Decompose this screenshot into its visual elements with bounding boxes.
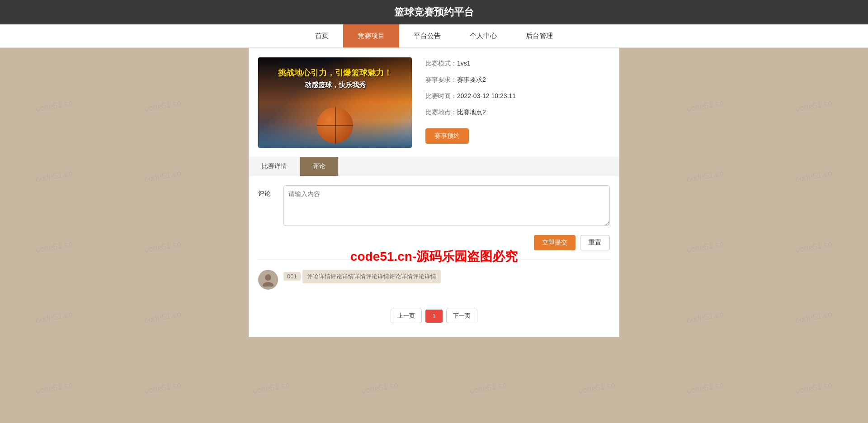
time-value: 2022-03-12 10:23:11: [457, 92, 516, 99]
watermark-item: code51.cn: [754, 61, 868, 150]
submit-comment-button[interactable]: 立即提交: [534, 235, 576, 250]
watermark-item: code51.cn: [0, 273, 114, 361]
watermark-item: code51.cn: [646, 343, 764, 423]
watermark-item: code51.cn: [537, 343, 656, 423]
watermark-overlay-text: code51.cn-源码乐园盗图必究: [350, 248, 518, 265]
info-row-time: 比赛时间： 2022-03-12 10:23:11: [425, 92, 610, 100]
nav-item-admin[interactable]: 后台管理: [511, 24, 567, 47]
time-label: 比赛时间：: [425, 92, 457, 100]
reset-comment-button[interactable]: 重置: [580, 235, 610, 250]
contest-image: 挑战地心引力，引爆篮球魅力！ 动感篮球，快乐我秀: [258, 57, 412, 148]
watermark-item: code51.cn: [754, 273, 868, 361]
comment-form-label: 评论: [258, 185, 276, 198]
comment-text: 评论详情评论详情详情评论详情评论详情评论详情: [302, 270, 441, 283]
info-row-mode: 比赛模式： 1vs1: [425, 60, 610, 68]
watermark-item: code51.cn: [0, 343, 114, 423]
page-1-button[interactable]: 1: [425, 310, 442, 323]
next-page-button[interactable]: 下一页: [446, 309, 477, 323]
watermark-item: code51.cn: [429, 343, 547, 423]
basketball-graphic: [317, 107, 353, 143]
image-text-line2: 动感篮球，快乐我秀: [258, 80, 412, 90]
mode-value: 1vs1: [457, 60, 471, 67]
mode-label: 比赛模式：: [425, 60, 457, 68]
watermark-item: code51.cn: [320, 343, 439, 423]
contest-detail-card: 挑战地心引力，引爆篮球魅力！ 动感篮球，快乐我秀 比赛模式： 1vs1 赛事要求…: [249, 48, 619, 157]
site-title: 篮球竞赛预约平台: [394, 6, 474, 18]
contest-info: 比赛模式： 1vs1 赛事要求： 赛事要求2 比赛时间： 2022-03-12 …: [425, 57, 610, 148]
watermark-item: code51.cn: [103, 202, 222, 291]
comment-form: 评论: [258, 185, 610, 226]
requirements-value: 赛事要求2: [457, 76, 486, 84]
info-row-requirements: 赛事要求： 赛事要求2: [425, 76, 610, 84]
main-nav: 首页 竞赛项目 平台公告 个人中心 后台管理: [0, 24, 868, 48]
venue-label: 比赛地点：: [425, 108, 457, 117]
comment-actions: 立即提交 重置: [258, 235, 610, 250]
watermark-item: code51.cn: [646, 61, 764, 150]
nav-item-home[interactable]: 首页: [301, 24, 343, 47]
watermark-item: code51.cn: [103, 132, 222, 220]
comment-body: 001 评论详情评论详情详情评论详情评论详情评论详情: [283, 270, 610, 290]
svg-point-0: [265, 274, 271, 281]
image-text-line1: 挑战地心引力，引爆篮球魅力！: [258, 66, 412, 80]
contest-detail-panel: 挑战地心引力，引爆篮球魅力！ 动感篮球，快乐我秀 比赛模式： 1vs1 赛事要求…: [249, 48, 619, 337]
watermark-item: code51.cn: [212, 343, 330, 423]
watermark-item: code51.cn: [0, 132, 114, 220]
nav-item-announcements[interactable]: 平台公告: [399, 24, 455, 47]
pagination: 上一页 1 下一页: [258, 304, 610, 328]
reserve-button[interactable]: 赛事预约: [425, 128, 469, 144]
nav-item-profile[interactable]: 个人中心: [455, 24, 511, 47]
tabs-bar: 比赛详情 评论: [249, 157, 619, 176]
comment-tab-panel: code51.cn-源码乐园盗图必究 评论 立即提交 重置: [249, 176, 619, 337]
watermark-item: code51.cn: [646, 273, 764, 361]
watermark-item: code51.cn: [103, 61, 222, 150]
info-row-venue: 比赛地点： 比赛地点2: [425, 108, 610, 117]
tab-detail[interactable]: 比赛详情: [249, 157, 300, 176]
watermark-item: code51.cn: [754, 202, 868, 291]
comment-item: 001 评论详情评论详情详情评论详情评论详情评论详情: [258, 264, 610, 295]
avatar: [258, 270, 278, 290]
prev-page-button[interactable]: 上一页: [391, 309, 422, 323]
watermark-item: code51.cn: [103, 273, 222, 361]
comment-username: 001: [283, 272, 301, 281]
watermark-item: code51.cn: [0, 61, 114, 150]
requirements-label: 赛事要求：: [425, 76, 457, 84]
comment-divider: [258, 259, 610, 260]
watermark-item: code51.cn: [103, 343, 222, 423]
watermark-item: code51.cn: [754, 343, 868, 423]
comment-textarea[interactable]: [283, 185, 610, 226]
venue-value: 比赛地点2: [457, 108, 486, 117]
svg-point-1: [263, 282, 274, 287]
tab-comment[interactable]: 评论: [300, 157, 339, 176]
watermark-item: code51.cn: [754, 132, 868, 220]
watermark-item: code51.cn: [646, 202, 764, 291]
watermark-item: code51.cn: [0, 202, 114, 291]
watermark-item: code51.cn: [646, 132, 764, 220]
nav-item-contests[interactable]: 竞赛项目: [343, 24, 399, 47]
site-header: 篮球竞赛预约平台: [0, 0, 868, 24]
